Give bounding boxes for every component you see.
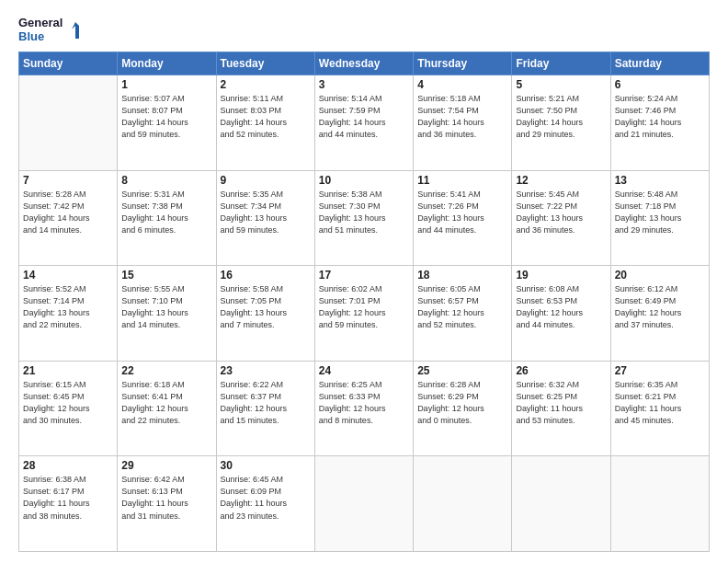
- day-number: 27: [615, 364, 705, 377]
- calendar-cell: 9Sunrise: 5:35 AM Sunset: 7:34 PM Daylig…: [216, 170, 314, 266]
- day-info: Sunrise: 6:08 AM Sunset: 6:53 PM Dayligh…: [516, 283, 606, 331]
- calendar-cell: 12Sunrise: 5:45 AM Sunset: 7:22 PM Dayli…: [512, 170, 610, 266]
- calendar-cell: 8Sunrise: 5:31 AM Sunset: 7:38 PM Daylig…: [118, 170, 216, 266]
- calendar-cell: 20Sunrise: 6:12 AM Sunset: 6:49 PM Dayli…: [610, 266, 709, 362]
- day-number: 2: [221, 78, 311, 91]
- weekday-row: SundayMondayTuesdayWednesdayThursdayFrid…: [19, 52, 710, 75]
- calendar-cell: 17Sunrise: 6:02 AM Sunset: 7:01 PM Dayli…: [314, 266, 413, 362]
- calendar-cell: 10Sunrise: 5:38 AM Sunset: 7:30 PM Dayli…: [314, 170, 413, 266]
- day-number: 26: [516, 364, 606, 377]
- weekday-header-thursday: Thursday: [414, 52, 512, 75]
- day-info: Sunrise: 5:35 AM Sunset: 7:34 PM Dayligh…: [221, 189, 311, 236]
- day-number: 17: [319, 269, 409, 282]
- day-info: Sunrise: 5:14 AM Sunset: 7:59 PM Dayligh…: [319, 93, 409, 141]
- day-number: 21: [23, 364, 113, 377]
- day-number: 28: [23, 459, 113, 472]
- calendar-cell: 28Sunrise: 6:38 AM Sunset: 6:17 PM Dayli…: [19, 456, 118, 552]
- calendar-cell: 29Sunrise: 6:42 AM Sunset: 6:13 PM Dayli…: [118, 456, 216, 552]
- weekday-header-wednesday: Wednesday: [314, 52, 413, 75]
- day-info: Sunrise: 5:31 AM Sunset: 7:38 PM Dayligh…: [121, 189, 211, 236]
- day-info: Sunrise: 6:18 AM Sunset: 6:41 PM Dayligh…: [121, 379, 211, 427]
- day-number: 14: [23, 269, 113, 282]
- day-number: 30: [221, 459, 311, 472]
- calendar-cell: [414, 456, 512, 552]
- day-number: 6: [615, 78, 705, 91]
- calendar-cell: 1Sunrise: 5:07 AM Sunset: 8:07 PM Daylig…: [118, 75, 216, 170]
- day-number: 18: [417, 269, 507, 282]
- calendar-cell: 13Sunrise: 5:48 AM Sunset: 7:18 PM Dayli…: [610, 170, 709, 266]
- day-info: Sunrise: 5:52 AM Sunset: 7:14 PM Dayligh…: [23, 283, 113, 331]
- calendar-cell: 19Sunrise: 6:08 AM Sunset: 6:53 PM Dayli…: [512, 266, 610, 362]
- calendar-week-4: 28Sunrise: 6:38 AM Sunset: 6:17 PM Dayli…: [19, 456, 710, 552]
- day-info: Sunrise: 5:07 AM Sunset: 8:07 PM Dayligh…: [121, 93, 211, 141]
- calendar-cell: 2Sunrise: 5:11 AM Sunset: 8:03 PM Daylig…: [216, 75, 314, 170]
- calendar-body: 1Sunrise: 5:07 AM Sunset: 8:07 PM Daylig…: [19, 75, 710, 551]
- day-info: Sunrise: 6:35 AM Sunset: 6:21 PM Dayligh…: [615, 379, 705, 427]
- weekday-header-friday: Friday: [512, 52, 610, 75]
- day-number: 11: [417, 174, 507, 187]
- calendar-cell: 21Sunrise: 6:15 AM Sunset: 6:45 PM Dayli…: [19, 361, 118, 456]
- day-info: Sunrise: 6:32 AM Sunset: 6:25 PM Dayligh…: [516, 379, 606, 427]
- calendar-week-2: 14Sunrise: 5:52 AM Sunset: 7:14 PM Dayli…: [19, 266, 710, 362]
- day-info: Sunrise: 5:38 AM Sunset: 7:30 PM Dayligh…: [319, 189, 409, 236]
- day-number: 25: [417, 364, 507, 377]
- day-number: 16: [221, 269, 311, 282]
- calendar-cell: 15Sunrise: 5:55 AM Sunset: 7:10 PM Dayli…: [118, 266, 216, 362]
- day-info: Sunrise: 5:58 AM Sunset: 7:05 PM Dayligh…: [221, 283, 311, 331]
- day-info: Sunrise: 6:42 AM Sunset: 6:13 PM Dayligh…: [121, 474, 211, 522]
- calendar-cell: [314, 456, 413, 552]
- calendar-cell: 30Sunrise: 6:45 AM Sunset: 6:09 PM Dayli…: [216, 456, 314, 552]
- day-info: Sunrise: 5:21 AM Sunset: 7:50 PM Dayligh…: [516, 93, 606, 141]
- day-number: 23: [221, 364, 311, 377]
- calendar-cell: [19, 75, 118, 170]
- weekday-header-sunday: Sunday: [19, 52, 118, 75]
- calendar-week-1: 7Sunrise: 5:28 AM Sunset: 7:42 PM Daylig…: [19, 170, 710, 266]
- day-info: Sunrise: 6:05 AM Sunset: 6:57 PM Dayligh…: [417, 283, 507, 331]
- header: General Blue: [18, 17, 710, 44]
- day-info: Sunrise: 5:11 AM Sunset: 8:03 PM Dayligh…: [221, 93, 311, 141]
- day-number: 24: [319, 364, 409, 377]
- day-number: 12: [516, 174, 606, 187]
- day-number: 29: [121, 459, 211, 472]
- day-number: 1: [121, 78, 211, 91]
- day-info: Sunrise: 6:45 AM Sunset: 6:09 PM Dayligh…: [221, 474, 311, 522]
- logo: General Blue: [18, 17, 85, 44]
- day-info: Sunrise: 6:15 AM Sunset: 6:45 PM Dayligh…: [23, 379, 113, 427]
- day-number: 8: [121, 174, 211, 187]
- day-info: Sunrise: 5:18 AM Sunset: 7:54 PM Dayligh…: [417, 93, 507, 141]
- logo-general: General: [18, 17, 63, 30]
- calendar-cell: 24Sunrise: 6:25 AM Sunset: 6:33 PM Dayli…: [314, 361, 413, 456]
- calendar-cell: 3Sunrise: 5:14 AM Sunset: 7:59 PM Daylig…: [314, 75, 413, 170]
- day-number: 13: [615, 174, 705, 187]
- day-number: 7: [23, 174, 113, 187]
- calendar-cell: 4Sunrise: 5:18 AM Sunset: 7:54 PM Daylig…: [414, 75, 512, 170]
- day-number: 5: [516, 78, 606, 91]
- day-info: Sunrise: 6:38 AM Sunset: 6:17 PM Dayligh…: [23, 474, 113, 522]
- calendar-cell: 16Sunrise: 5:58 AM Sunset: 7:05 PM Dayli…: [216, 266, 314, 362]
- day-info: Sunrise: 5:45 AM Sunset: 7:22 PM Dayligh…: [516, 189, 606, 236]
- day-number: 15: [121, 269, 211, 282]
- weekday-header-tuesday: Tuesday: [216, 52, 314, 75]
- day-info: Sunrise: 6:28 AM Sunset: 6:29 PM Dayligh…: [417, 379, 507, 427]
- day-info: Sunrise: 6:25 AM Sunset: 6:33 PM Dayligh…: [319, 379, 409, 427]
- calendar-week-0: 1Sunrise: 5:07 AM Sunset: 8:07 PM Daylig…: [19, 75, 710, 170]
- day-number: 22: [121, 364, 211, 377]
- day-info: Sunrise: 5:48 AM Sunset: 7:18 PM Dayligh…: [615, 189, 705, 236]
- day-number: 10: [319, 174, 409, 187]
- day-number: 3: [319, 78, 409, 91]
- day-number: 19: [516, 269, 606, 282]
- day-info: Sunrise: 5:24 AM Sunset: 7:46 PM Dayligh…: [615, 93, 705, 141]
- calendar-cell: 6Sunrise: 5:24 AM Sunset: 7:46 PM Daylig…: [610, 75, 709, 170]
- calendar-cell: 18Sunrise: 6:05 AM Sunset: 6:57 PM Dayli…: [414, 266, 512, 362]
- day-number: 9: [221, 174, 311, 187]
- day-info: Sunrise: 5:41 AM Sunset: 7:26 PM Dayligh…: [417, 189, 507, 236]
- day-info: Sunrise: 6:12 AM Sunset: 6:49 PM Dayligh…: [615, 283, 705, 331]
- calendar-cell: 22Sunrise: 6:18 AM Sunset: 6:41 PM Dayli…: [118, 361, 216, 456]
- calendar-cell: [512, 456, 610, 552]
- calendar-cell: 27Sunrise: 6:35 AM Sunset: 6:21 PM Dayli…: [610, 361, 709, 456]
- calendar-cell: [610, 456, 709, 552]
- calendar-cell: 5Sunrise: 5:21 AM Sunset: 7:50 PM Daylig…: [512, 75, 610, 170]
- calendar-cell: 7Sunrise: 5:28 AM Sunset: 7:42 PM Daylig…: [19, 170, 118, 266]
- calendar-header: SundayMondayTuesdayWednesdayThursdayFrid…: [19, 52, 710, 75]
- weekday-header-monday: Monday: [118, 52, 216, 75]
